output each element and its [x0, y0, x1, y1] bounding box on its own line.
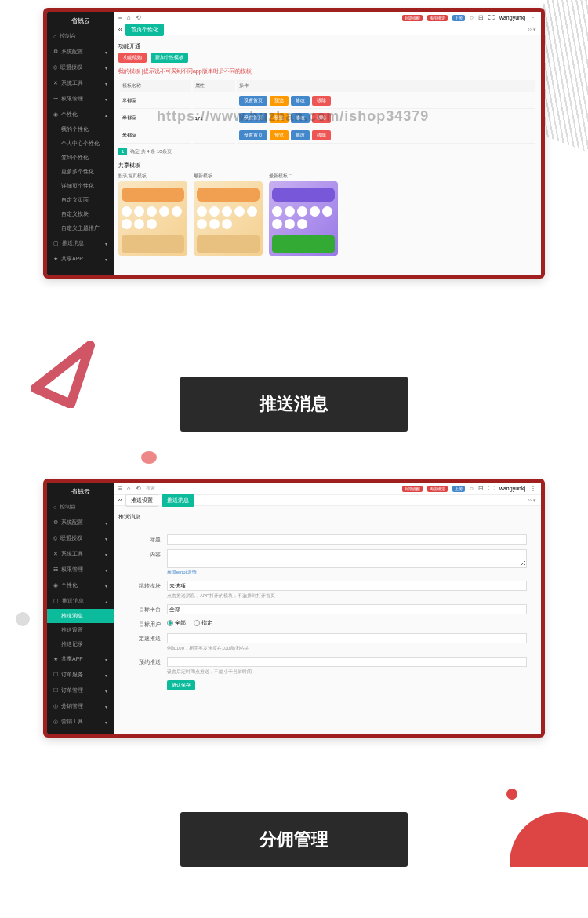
chat-icon[interactable]: ○	[470, 14, 474, 21]
note: 我的模板 [提示说不可买到不同app版本时后不同的模板]	[118, 67, 536, 75]
sidebar-item[interactable]: ▢推送消息▾	[47, 235, 114, 251]
platform-select[interactable]	[167, 604, 527, 614]
sidebar-sub-item[interactable]: 自定义主题推广	[47, 221, 114, 235]
sidebar-item[interactable]: ✕系统工具▾	[47, 75, 114, 91]
sidebar-sub-item[interactable]: 推送记录	[47, 637, 114, 651]
sidebar-item[interactable]: ★共享APP▾	[47, 251, 114, 267]
remove-button[interactable]: 移除	[312, 130, 331, 140]
edit-button[interactable]: 修改	[291, 130, 310, 140]
decor	[506, 789, 517, 800]
edit-button[interactable]: 修改	[291, 113, 310, 123]
topbar: ≡ ⌂ ⟲ 到期提醒 淘宝绑定 上传 ○ ⊞ ⛶ wangyunkj ⋮	[114, 12, 541, 24]
forward-icon[interactable]: ›› ▾	[528, 27, 536, 33]
back-icon[interactable]: ‹‹	[118, 497, 122, 503]
sidebar-item[interactable]: ☐订单服务▾	[47, 667, 114, 683]
home-icon[interactable]: ⌂	[127, 485, 131, 492]
template-card[interactable]: 默认首页模板	[118, 173, 187, 256]
sidebar-item[interactable]: ○控制台	[47, 499, 114, 515]
sidebar-sub-item[interactable]: 推送设置	[47, 623, 114, 637]
template-table: 模板名称属性操作 米都应设置首页预览修改移除米都应171设置首页预览修改移除米都…	[118, 78, 536, 145]
section-heading-1: 推送消息	[180, 377, 408, 432]
module-select[interactable]	[167, 581, 527, 591]
emoji-link[interactable]: 获取emoji表情	[167, 569, 527, 576]
sidebar-item[interactable]: ○控制台	[47, 28, 114, 44]
sidebar: 省钱云 ○控制台⚙系统配置▾©联盟授权▾✕系统工具▾☷权限管理▾◉个性化▾▢推送…	[47, 483, 114, 734]
pager: 1 确定 共 4 条 10条页	[118, 148, 536, 155]
sidebar-sub-item[interactable]: 签到个性化	[47, 151, 114, 165]
sidebar-item[interactable]: ☐订单管理▾	[47, 683, 114, 698]
radio-specific[interactable]: 指定	[194, 619, 212, 627]
title-input[interactable]	[167, 534, 527, 545]
template-card[interactable]: 最新模板二	[269, 173, 338, 256]
search-placeholder[interactable]: 搜索	[146, 485, 155, 492]
badge[interactable]: 上传	[452, 486, 465, 492]
remove-button[interactable]: 移除	[312, 96, 331, 106]
refresh-icon[interactable]: ⟲	[136, 485, 141, 492]
sidebar-item[interactable]: ◉个性化▴	[47, 107, 114, 122]
sidebar-sub-item[interactable]: 详细页个性化	[47, 179, 114, 193]
content-input[interactable]	[167, 549, 527, 568]
grid-icon[interactable]: ⊞	[478, 14, 484, 21]
expand-icon[interactable]: ⛶	[488, 14, 495, 21]
sidebar-item[interactable]: ©联盟授权▾	[47, 60, 114, 75]
decor	[510, 812, 588, 867]
sidebar-sub-item[interactable]: 个人中心个性化	[47, 137, 114, 151]
template-card[interactable]: 最新模板	[194, 173, 263, 256]
edit-button[interactable]: 修改	[291, 96, 310, 106]
tab[interactable]: 推送设置	[125, 494, 158, 507]
speed-input[interactable]	[167, 633, 527, 643]
preview-button[interactable]: 预览	[270, 113, 289, 123]
sidebar-item[interactable]: ▢推送消息▴	[47, 593, 114, 609]
menu-icon[interactable]: ≡	[118, 485, 122, 492]
grid-icon[interactable]: ⊞	[478, 485, 484, 492]
sidebar-item[interactable]: ☷权限管理▾	[47, 91, 114, 107]
sidebar-sub-item[interactable]: 推送消息	[47, 609, 114, 623]
sidebar-sub-item[interactable]: 我的个性化	[47, 122, 114, 137]
badge[interactable]: 淘宝绑定	[427, 15, 448, 21]
submit-button[interactable]: 确认保存	[167, 680, 195, 690]
sidebar-item[interactable]: ☷权限管理▾	[47, 562, 114, 577]
expand-icon[interactable]: ⛶	[488, 485, 495, 492]
tabs: ‹‹ 推送设置 推送消息 ›› ▾	[114, 495, 541, 506]
more-icon[interactable]: ⋮	[530, 485, 536, 492]
menu-icon[interactable]: ≡	[118, 14, 122, 21]
radio-all[interactable]: 全部	[167, 619, 186, 627]
preview-button[interactable]: 预览	[270, 96, 289, 106]
home-icon[interactable]: ⌂	[127, 14, 131, 21]
sidebar-sub-item[interactable]: 自定义页面	[47, 193, 114, 207]
badge[interactable]: 到期提醒	[402, 486, 423, 492]
forward-icon[interactable]: ›› ▾	[528, 497, 536, 504]
set-button[interactable]: 设置首页	[239, 96, 267, 106]
set-button[interactable]: 设置首页	[239, 130, 267, 140]
back-icon[interactable]: ‹‹	[118, 27, 122, 32]
tab-current[interactable]: 推送消息	[162, 494, 194, 507]
more-icon[interactable]: ⋮	[530, 14, 536, 21]
sidebar-item[interactable]: ◎营销工具▾	[47, 714, 114, 730]
table-row: 米都应设置首页预览修改移除	[120, 128, 535, 144]
schedule-input[interactable]	[167, 657, 527, 667]
sidebar-item[interactable]: ★共享APP▾	[47, 651, 114, 667]
add-template-button[interactable]: 新加个性模板	[151, 53, 188, 63]
page-num[interactable]: 1	[118, 148, 127, 155]
sidebar-item[interactable]: ⚙系统配置▾	[47, 44, 114, 60]
sidebar-item[interactable]: ◉个性化▾	[47, 577, 114, 593]
badge[interactable]: 到期提醒	[402, 15, 423, 21]
renew-button[interactable]: 功能续购	[118, 53, 147, 63]
badge[interactable]: 淘宝绑定	[427, 486, 448, 492]
tab-current[interactable]: 首页个性化	[125, 24, 164, 36]
preview-button[interactable]: 预览	[270, 130, 289, 140]
chat-icon[interactable]: ○	[470, 485, 474, 492]
sidebar-sub-item[interactable]: 更多多个性化	[47, 165, 114, 179]
tabs: ‹‹ 首页个性化 ›› ▾	[114, 24, 541, 35]
user-label[interactable]: wangyunkj	[499, 15, 525, 20]
sidebar-item[interactable]: ✕系统工具▾	[47, 546, 114, 562]
badge[interactable]: 上传	[452, 15, 465, 21]
sidebar-sub-item[interactable]: 自定义模块	[47, 207, 114, 221]
set-button[interactable]: 设置首页	[239, 113, 267, 123]
remove-button[interactable]: 移除	[312, 113, 331, 123]
sidebar-item[interactable]: ◎分销管理▾	[47, 698, 114, 714]
user-label[interactable]: wangyunkj	[499, 486, 525, 491]
sidebar-item[interactable]: ⚙系统配置▾	[47, 515, 114, 530]
refresh-icon[interactable]: ⟲	[136, 14, 141, 21]
sidebar-item[interactable]: ©联盟授权▾	[47, 530, 114, 546]
